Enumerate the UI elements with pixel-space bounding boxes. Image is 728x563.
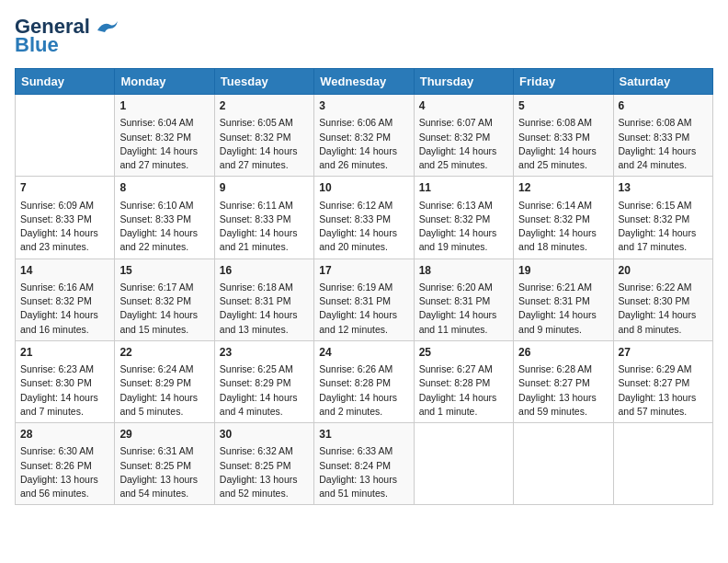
- calendar-week-row: 1Sunrise: 6:04 AMSunset: 8:32 PMDaylight…: [16, 95, 713, 177]
- day-info-line: Sunrise: 6:16 AM: [20, 281, 109, 294]
- day-info-line: and 59 minutes.: [518, 405, 608, 419]
- day-info-line: Daylight: 14 hours: [119, 226, 209, 240]
- calendar-day-11: 11Sunrise: 6:13 AMSunset: 8:32 PMDayligh…: [414, 177, 513, 259]
- day-info-line: Daylight: 14 hours: [220, 308, 309, 322]
- calendar-day-14: 14Sunrise: 6:16 AMSunset: 8:32 PMDayligh…: [16, 259, 115, 340]
- day-info-line: Daylight: 14 hours: [619, 308, 708, 322]
- day-info-line: Daylight: 14 hours: [319, 226, 408, 240]
- day-info-line: Daylight: 14 hours: [119, 391, 209, 405]
- day-info-line: Sunrise: 6:24 AM: [119, 362, 209, 376]
- calendar-day-4: 4Sunrise: 6:07 AMSunset: 8:32 PMDaylight…: [414, 95, 513, 177]
- calendar-day-3: 3Sunrise: 6:06 AMSunset: 8:32 PMDaylight…: [314, 95, 414, 177]
- day-number: 20: [619, 263, 708, 279]
- day-info-line: Daylight: 13 hours: [319, 473, 408, 487]
- logo-bird-icon: [94, 17, 119, 36]
- day-info-line: Sunrise: 6:06 AM: [319, 116, 408, 130]
- day-number: 25: [419, 345, 508, 361]
- day-number: 9: [220, 180, 309, 196]
- day-info-line: Sunrise: 6:09 AM: [20, 199, 109, 213]
- day-info-line: Sunrise: 6:29 AM: [619, 362, 708, 376]
- day-info-line: Sunset: 8:33 PM: [220, 213, 309, 226]
- day-info-line: Daylight: 14 hours: [518, 308, 608, 322]
- day-info-line: and 27 minutes.: [119, 158, 209, 172]
- calendar-table: SundayMondayTuesdayWednesdayThursdayFrid…: [15, 68, 713, 505]
- day-number: 28: [20, 427, 109, 442]
- day-info-line: Sunset: 8:25 PM: [119, 459, 209, 473]
- calendar-day-22: 22Sunrise: 6:24 AMSunset: 8:29 PMDayligh…: [115, 340, 214, 422]
- day-info-line: Daylight: 14 hours: [119, 308, 209, 322]
- day-info-line: Sunset: 8:30 PM: [619, 294, 708, 308]
- day-info-line: Daylight: 13 hours: [220, 473, 309, 487]
- day-info-line: Daylight: 14 hours: [119, 144, 209, 158]
- day-number: 14: [20, 263, 109, 279]
- calendar-day-23: 23Sunrise: 6:25 AMSunset: 8:29 PMDayligh…: [214, 340, 313, 422]
- day-info-line: Sunrise: 6:07 AM: [419, 116, 508, 130]
- day-info-line: Daylight: 14 hours: [319, 308, 408, 322]
- day-info-line: Sunset: 8:24 PM: [319, 459, 408, 473]
- day-info-line: and 22 minutes.: [119, 240, 209, 254]
- day-info-line: Daylight: 14 hours: [20, 308, 109, 322]
- day-number: 3: [319, 98, 408, 114]
- day-info-line: Sunset: 8:31 PM: [518, 294, 608, 308]
- calendar-day-1: 1Sunrise: 6:04 AMSunset: 8:32 PMDaylight…: [115, 95, 214, 177]
- calendar-week-row: 21Sunrise: 6:23 AMSunset: 8:30 PMDayligh…: [16, 340, 713, 422]
- day-number: 31: [319, 427, 408, 442]
- calendar-day-8: 8Sunrise: 6:10 AMSunset: 8:33 PMDaylight…: [115, 177, 214, 259]
- calendar-day-24: 24Sunrise: 6:26 AMSunset: 8:28 PMDayligh…: [314, 340, 414, 422]
- day-number: 12: [518, 180, 608, 196]
- calendar-day-29: 29Sunrise: 6:31 AMSunset: 8:25 PMDayligh…: [115, 423, 214, 505]
- day-info-line: and 25 minutes.: [518, 158, 608, 172]
- day-info-line: Sunrise: 6:23 AM: [20, 362, 109, 376]
- calendar-day-20: 20Sunrise: 6:22 AMSunset: 8:30 PMDayligh…: [613, 259, 712, 340]
- calendar-day-17: 17Sunrise: 6:19 AMSunset: 8:31 PMDayligh…: [314, 259, 414, 340]
- day-info-line: and 52 minutes.: [220, 487, 309, 500]
- day-info-line: Daylight: 14 hours: [518, 226, 608, 240]
- day-info-line: Sunset: 8:29 PM: [220, 376, 309, 390]
- day-number: 24: [319, 345, 408, 361]
- day-number: 10: [319, 180, 408, 196]
- day-info-line: Daylight: 14 hours: [319, 391, 408, 405]
- day-info-line: Daylight: 14 hours: [220, 391, 309, 405]
- day-info-line: Sunset: 8:27 PM: [518, 376, 608, 390]
- calendar-day-27: 27Sunrise: 6:29 AMSunset: 8:27 PMDayligh…: [613, 340, 712, 422]
- day-info-line: Sunset: 8:32 PM: [220, 131, 309, 144]
- calendar-day-empty: [514, 423, 613, 505]
- day-info-line: Sunset: 8:31 PM: [220, 294, 309, 308]
- day-number: 4: [419, 98, 508, 114]
- day-info-line: Sunrise: 6:15 AM: [619, 199, 708, 213]
- day-info-line: Sunrise: 6:08 AM: [518, 116, 608, 130]
- day-info-line: Sunset: 8:31 PM: [319, 294, 408, 308]
- day-info-line: and 8 minutes.: [619, 323, 708, 337]
- day-number: 11: [419, 180, 508, 196]
- day-info-line: and 2 minutes.: [319, 405, 408, 419]
- day-info-line: Daylight: 13 hours: [119, 473, 209, 487]
- day-info-line: Sunrise: 6:27 AM: [419, 362, 508, 376]
- calendar-day-9: 9Sunrise: 6:11 AMSunset: 8:33 PMDaylight…: [214, 177, 313, 259]
- calendar-day-26: 26Sunrise: 6:28 AMSunset: 8:27 PMDayligh…: [514, 340, 613, 422]
- day-info-line: and 19 minutes.: [419, 240, 508, 254]
- day-info-line: Sunrise: 6:33 AM: [319, 444, 408, 458]
- day-info-line: Daylight: 14 hours: [20, 226, 109, 240]
- day-number: 19: [518, 263, 608, 279]
- day-info-line: Sunrise: 6:20 AM: [419, 281, 508, 294]
- day-number: 7: [20, 180, 109, 196]
- day-info-line: Daylight: 14 hours: [619, 144, 708, 158]
- weekday-header-tuesday: Tuesday: [214, 69, 313, 95]
- day-info-line: Daylight: 14 hours: [419, 391, 508, 405]
- day-info-line: Sunset: 8:25 PM: [220, 459, 309, 473]
- calendar-day-13: 13Sunrise: 6:15 AMSunset: 8:32 PMDayligh…: [613, 177, 712, 259]
- day-info-line: Daylight: 14 hours: [220, 226, 309, 240]
- day-number: 23: [220, 345, 309, 361]
- day-info-line: Sunrise: 6:08 AM: [619, 116, 708, 130]
- day-info-line: Sunrise: 6:30 AM: [20, 444, 109, 458]
- calendar-week-row: 7Sunrise: 6:09 AMSunset: 8:33 PMDaylight…: [16, 177, 713, 259]
- calendar-day-10: 10Sunrise: 6:12 AMSunset: 8:33 PMDayligh…: [314, 177, 414, 259]
- day-info-line: and 4 minutes.: [220, 405, 309, 419]
- page-header: General Blue: [15, 15, 713, 57]
- weekday-header-friday: Friday: [514, 69, 613, 95]
- day-info-line: Sunset: 8:33 PM: [319, 213, 408, 226]
- calendar-day-16: 16Sunrise: 6:18 AMSunset: 8:31 PMDayligh…: [214, 259, 313, 340]
- day-info-line: Sunset: 8:32 PM: [319, 131, 408, 144]
- day-info-line: Daylight: 13 hours: [20, 473, 109, 487]
- calendar-day-19: 19Sunrise: 6:21 AMSunset: 8:31 PMDayligh…: [514, 259, 613, 340]
